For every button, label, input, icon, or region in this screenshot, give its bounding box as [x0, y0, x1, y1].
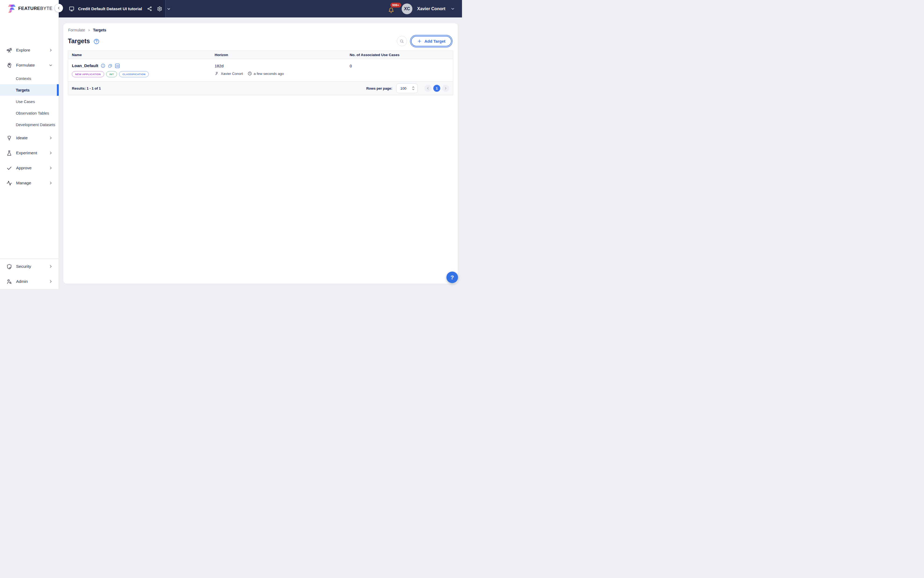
chevron-right-icon: [49, 166, 53, 170]
shield-check-icon: [6, 264, 12, 270]
sidebar-collapse-button[interactable]: [55, 4, 63, 12]
rows-per-page-select[interactable]: 100: [396, 83, 418, 93]
page-title: Targets: [68, 37, 90, 45]
add-target-button[interactable]: Add Target: [411, 36, 452, 46]
sidebar-item-label: Observation Tables: [16, 111, 49, 115]
breadcrumb-separator: >: [88, 28, 90, 32]
id-icon[interactable]: ID: [115, 63, 120, 68]
notification-count-badge: 999+: [391, 3, 401, 8]
page-1-button[interactable]: 1: [433, 85, 440, 92]
head-cog-icon: [6, 63, 12, 68]
tag-int: INT: [106, 71, 117, 77]
breadcrumb-formulate[interactable]: Formulate: [68, 28, 85, 32]
breadcrumb: Formulate > Targets: [68, 28, 453, 32]
sidebar-item-approve[interactable]: Approve: [0, 161, 58, 175]
targets-table: Name Horizon No. of Associated Use Cases…: [68, 50, 453, 95]
row-meta: Xavier Conort a few seconds ago: [215, 71, 346, 76]
sidebar-item-label: Security: [16, 264, 49, 269]
next-page-button[interactable]: [442, 85, 449, 92]
info-icon[interactable]: [101, 63, 105, 68]
sidebar-item-label: Manage: [16, 180, 49, 185]
tag-new-application: NEW APPLICATION: [72, 71, 104, 77]
target-name-link[interactable]: Loan_Default: [72, 63, 98, 68]
cell-name: Loan_Default ID NEW APPLICATION: [68, 63, 211, 77]
avatar[interactable]: XC: [402, 3, 412, 14]
sidebar-item-use-cases[interactable]: Use Cases: [0, 96, 58, 107]
project-title: Credit Default Dataset UI tutorial: [78, 6, 142, 11]
sidebar-item-label: Approve: [16, 166, 49, 170]
column-header-use-cases: No. of Associated Use Cases: [346, 53, 453, 57]
add-target-label: Add Target: [425, 39, 445, 44]
sidebar-item-label: Formulate: [16, 63, 49, 68]
chevron-right-icon: [49, 48, 53, 52]
activity-icon: [6, 180, 12, 186]
featurebyte-logo[interactable]: FEATUREBYTE: [0, 0, 58, 17]
table-row[interactable]: Loan_Default ID NEW APPLICATION: [68, 59, 453, 81]
flask-icon: [6, 150, 12, 156]
user-search-icon: [6, 279, 12, 284]
author-name: Xavier Conort: [221, 71, 243, 76]
user-menu-chevron-down-icon[interactable]: [451, 6, 455, 11]
rows-per-page-label: Rows per page:: [366, 86, 392, 91]
telescope-icon: [6, 47, 12, 53]
chevron-right-icon: [49, 136, 53, 140]
chevron-left-icon: [426, 87, 430, 90]
sidebar-item-targets[interactable]: Targets: [0, 84, 58, 96]
project-header[interactable]: Credit Default Dataset UI tutorial: [58, 0, 165, 18]
updated-time: a few seconds ago: [254, 71, 284, 76]
content-card: Formulate > Targets Targets Add Target: [63, 23, 458, 284]
sidebar: FEATUREBYTE Explore Formulate Contexts T…: [0, 0, 59, 289]
horizon-value: 182d: [215, 63, 346, 69]
share-icon[interactable]: [147, 6, 152, 11]
sidebar-item-observation-tables[interactable]: Observation Tables: [0, 107, 58, 119]
sidebar-item-contexts[interactable]: Contexts: [0, 73, 58, 84]
user-name: Xavier Conort: [417, 6, 445, 11]
clock-icon: [248, 71, 252, 76]
monitor-icon: [69, 6, 75, 12]
sidebar-item-experiment[interactable]: Experiment: [0, 145, 58, 161]
sidebar-item-development-datasets[interactable]: Development Datasets: [0, 119, 58, 130]
chevron-right-icon: [444, 87, 447, 90]
sidebar-item-label: Admin: [16, 279, 49, 284]
breadcrumb-targets: Targets: [93, 28, 107, 32]
table-header: Name Horizon No. of Associated Use Cases: [68, 51, 453, 59]
cell-use-cases: 0: [346, 63, 453, 77]
chevron-down-icon: [49, 63, 53, 67]
rows-per-page-value: 100: [400, 86, 407, 91]
sidebar-item-security[interactable]: Security: [0, 259, 58, 274]
results-count: Results: 1 - 1 of 1: [72, 86, 101, 91]
help-fab-button[interactable]: ?: [446, 271, 458, 283]
check-icon: [6, 165, 12, 171]
main-content: Formulate > Targets Targets Add Target: [58, 18, 462, 289]
topbar: Credit Default Dataset UI tutorial 999+ …: [58, 0, 462, 18]
lightbulb-icon: [6, 135, 12, 141]
sidebar-item-ideate[interactable]: Ideate: [0, 130, 58, 145]
pagination: 1: [425, 85, 449, 92]
chevron-right-icon: [49, 181, 53, 185]
use-cases-count: 0: [350, 63, 453, 69]
chevron-right-icon: [49, 279, 53, 283]
gear-icon[interactable]: [157, 6, 162, 11]
help-circle-icon[interactable]: [93, 38, 99, 45]
search-icon: [399, 39, 404, 44]
chevron-right-icon: [49, 151, 53, 155]
copy-icon[interactable]: [108, 63, 112, 68]
sidebar-item-label: Use Cases: [16, 99, 35, 104]
plus-icon: [417, 39, 422, 44]
previous-page-button[interactable]: [425, 85, 431, 92]
column-header-name: Name: [68, 53, 211, 57]
sidebar-item-label: Contexts: [16, 76, 31, 81]
sidebar-item-formulate[interactable]: Formulate: [0, 58, 58, 73]
search-button[interactable]: [397, 36, 407, 46]
sidebar-item-label: Ideate: [16, 135, 49, 140]
page-actions: Add Target: [397, 36, 453, 46]
sidebar-item-label: Explore: [16, 48, 49, 53]
sidebar-item-admin[interactable]: Admin: [0, 274, 58, 289]
featurebyte-logo-text: FEATUREBYTE: [18, 6, 53, 11]
chevron-left-icon: [57, 6, 61, 10]
sidebar-item-explore[interactable]: Explore: [0, 43, 58, 58]
notifications-bell[interactable]: 999+: [388, 4, 396, 13]
sidebar-item-manage[interactable]: Manage: [0, 175, 58, 190]
tag-classification: CLASSIFICATION: [119, 71, 149, 77]
sidebar-bottom-section: Security Admin: [0, 259, 58, 289]
